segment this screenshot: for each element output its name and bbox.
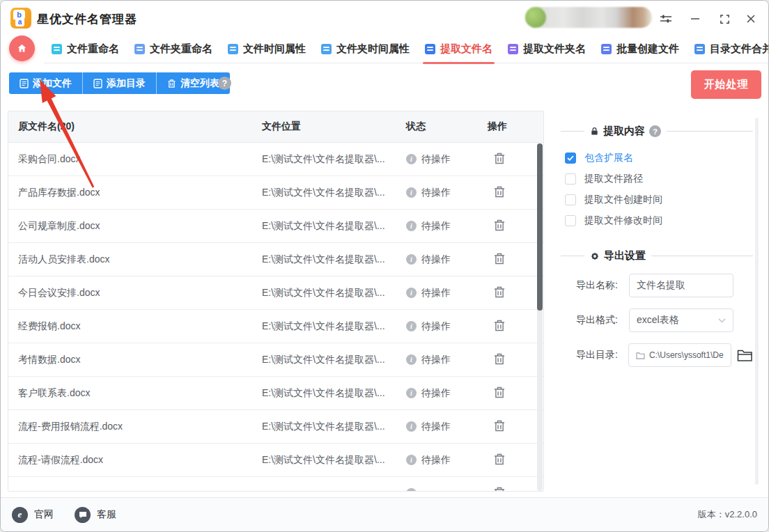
tab-item[interactable]: 文件夹时间属性 (313, 36, 417, 63)
cell-filename: 考情数据.docx (18, 354, 262, 366)
export-form: 导出名称: 文件名提取 导出格式: excel表格 导出目录: C:\Users… (561, 274, 753, 367)
delete-row-icon[interactable] (493, 453, 507, 467)
cell-filename: 流程-请假流程.docx (18, 454, 262, 467)
tab-item[interactable]: 目录文件合并/提取 (687, 36, 769, 63)
support-link[interactable]: 客服 (75, 507, 116, 523)
delete-row-icon[interactable] (493, 319, 507, 333)
browser-icon: e (12, 507, 28, 523)
toolbar-help-icon[interactable]: ? (218, 77, 231, 90)
export-dir-input[interactable]: C:\Users\yssoft1\De (628, 343, 731, 367)
trash-icon (167, 79, 176, 88)
add-file-button[interactable]: 添加文件 (9, 72, 83, 94)
table-row: 流程-费用报销流程.docx E:\测试文件\文件名提取器\... i 待操作 (8, 410, 543, 444)
delete-row-icon[interactable] (493, 252, 507, 266)
minimize-button[interactable] (686, 10, 704, 27)
delete-row-icon[interactable] (493, 185, 507, 199)
checkbox[interactable] (565, 152, 576, 164)
option-label: 包含扩展名 (584, 152, 633, 164)
tab-label: 批量创建文件 (616, 42, 679, 56)
tab-item[interactable]: 批量创建文件 (593, 36, 687, 63)
delete-row-icon[interactable] (493, 486, 507, 492)
title-bar: b a 星优文件名管理器 (1, 1, 768, 36)
table-scrollbar-track[interactable] (537, 143, 543, 491)
export-dir-label: 导出目录: (576, 349, 628, 361)
support-label: 客服 (97, 508, 116, 521)
cell-filepath: E:\测试文件\文件名提取器\... (262, 153, 406, 166)
export-format-value: excel表格 (637, 314, 679, 327)
tab-list: 文件重命名 文件夹重命名 文件时间属性 文件夹时间属性 提取文件名 提取文件夹名 (44, 36, 768, 63)
cell-action (488, 219, 543, 234)
close-button[interactable] (742, 10, 760, 27)
table-row: 采购合同.docx E:\测试文件\文件名提取器\... i 待操作 (8, 143, 543, 176)
cell-filename: 经费报销.docx (18, 320, 262, 333)
maximize-button[interactable] (715, 10, 733, 27)
checkbox[interactable] (565, 173, 576, 185)
chat-icon (75, 507, 91, 523)
cell-status: i (406, 488, 488, 491)
user-account-redacted[interactable] (525, 7, 652, 28)
tab-item[interactable]: 文件时间属性 (220, 36, 313, 63)
tab-item[interactable]: 提取文件夹名 (500, 36, 593, 63)
table-row: 今日会议安排.docx E:\测试文件\文件名提取器\... i 待操作 (8, 276, 543, 310)
panel-scrollbar-track[interactable] (755, 118, 759, 485)
table-scrollbar-thumb[interactable] (537, 143, 543, 311)
extract-help-icon[interactable]: ? (649, 125, 661, 137)
tab-icon (508, 44, 518, 54)
extract-option[interactable]: 提取文件路径 (561, 169, 753, 189)
cell-action (488, 486, 543, 492)
cell-filename: 公司规章制度.docx (18, 220, 262, 233)
table-row: 公司规章制度.docx E:\测试文件\文件名提取器\... i 待操作 (8, 210, 543, 243)
delete-row-icon[interactable] (493, 419, 507, 433)
footer-bar: e 官网 客服 版本：v2.2.0.0 (1, 497, 768, 531)
table-row: 流程-请假流程.docx E:\测试文件\文件名提取器\... i 待操作 (8, 444, 543, 477)
add-directory-button[interactable]: 添加目录 (83, 72, 157, 94)
info-icon: i (406, 488, 417, 491)
status-text: 待操作 (421, 454, 451, 467)
cell-filename: 采购合同.docx (18, 153, 262, 166)
tab-item[interactable]: 文件夹重命名 (127, 36, 220, 63)
cell-action (488, 252, 543, 267)
checkbox[interactable] (565, 215, 576, 226)
cell-status: i 待操作 (406, 253, 488, 266)
info-icon: i (406, 288, 417, 298)
export-dir-value: C:\Users\yssoft1\De (649, 350, 724, 360)
cell-filepath: E:\测试文件\文件名提取器\... (262, 454, 406, 467)
export-format-select[interactable]: excel表格 (629, 308, 733, 332)
tab-item[interactable]: 提取文件名 (417, 36, 500, 63)
delete-row-icon[interactable] (493, 285, 507, 299)
folder-small-icon (636, 352, 645, 359)
cell-filename: 活动人员安排表.docx (18, 253, 262, 266)
tab-label: 提取文件夹名 (523, 42, 586, 56)
browse-folder-icon[interactable] (737, 349, 753, 362)
info-icon: i (406, 154, 417, 164)
export-name-row: 导出名称: 文件名提取 (576, 274, 753, 297)
info-icon: i (406, 321, 417, 331)
cell-action (488, 285, 543, 301)
extract-option[interactable]: 提取文件修改时间 (561, 210, 753, 231)
delete-row-icon[interactable] (493, 152, 507, 166)
home-button[interactable] (9, 36, 35, 61)
delete-row-icon[interactable] (493, 352, 507, 366)
delete-row-icon[interactable] (493, 386, 507, 400)
settings-tune-icon[interactable] (657, 10, 675, 27)
start-process-button[interactable]: 开始处理 (691, 70, 761, 99)
tab-icon (425, 44, 435, 54)
website-link[interactable]: e 官网 (12, 507, 54, 523)
cell-action (488, 453, 543, 468)
file-icon (20, 79, 29, 88)
tab-item[interactable]: 文件重命名 (44, 36, 127, 63)
status-text: 待操作 (421, 187, 451, 199)
cell-action (488, 419, 543, 435)
tab-icon (694, 44, 705, 54)
status-text: 待操作 (421, 387, 451, 400)
export-name-label: 导出名称: (576, 279, 629, 292)
tab-bar: 文件重命名 文件夹重命名 文件时间属性 文件夹时间属性 提取文件名 提取文件夹名 (1, 36, 768, 63)
delete-row-icon[interactable] (493, 219, 507, 233)
tab-label: 目录文件合并/提取 (710, 42, 769, 56)
extract-option[interactable]: 包含扩展名 (561, 148, 753, 169)
extract-option[interactable]: 提取文件创建时间 (561, 189, 753, 210)
export-name-input[interactable]: 文件名提取 (629, 274, 733, 297)
settings-panel: 提取内容 ? 包含扩展名 提取文件路径 (551, 111, 763, 492)
checkbox[interactable] (565, 194, 576, 205)
cell-status: i 待操作 (406, 187, 488, 199)
